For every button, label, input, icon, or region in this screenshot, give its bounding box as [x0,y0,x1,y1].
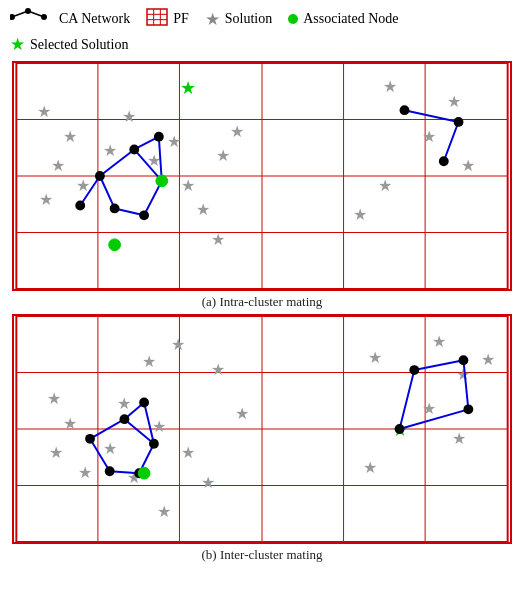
svg-point-110 [139,398,149,408]
svg-point-61 [109,239,121,251]
svg-point-106 [120,414,130,424]
svg-point-114 [395,424,405,434]
svg-point-53 [139,210,149,220]
svg-point-60 [156,175,168,187]
svg-text:★: ★ [47,390,61,407]
svg-text:★: ★ [432,333,446,350]
svg-text:★: ★ [180,78,196,98]
svg-text:★: ★ [230,123,244,140]
svg-point-115 [138,467,150,479]
svg-point-112 [459,355,469,365]
svg-point-109 [105,466,115,476]
associated-node-icon [288,14,298,24]
svg-text:★: ★ [37,103,51,120]
diagram-inter-cluster: ★ ★ ★ ★ ★ ★ ★ ★ ★ ★ ★ ★ ★ ★ ★ ★ ★ ★ ★ ★ … [10,314,514,563]
svg-text:★: ★ [452,430,466,447]
svg-point-2 [10,14,15,20]
svg-text:★: ★ [51,157,65,174]
svg-point-51 [129,145,139,155]
selected-solution-label: Selected Solution [30,37,128,53]
svg-text:★: ★ [103,142,117,159]
svg-text:★: ★ [422,128,436,145]
svg-text:★: ★ [235,405,249,422]
ca-network-icon [10,8,54,30]
solution-star-icon: ★ [205,9,220,30]
svg-text:★: ★ [383,78,397,95]
svg-point-56 [75,201,85,211]
svg-point-58 [454,117,464,127]
svg-text:★: ★ [201,474,215,491]
svg-text:★: ★ [447,93,461,110]
diagram-intra-cluster: ★ ★ ★ ★ ★ ★ ★ ★ ★ ★ ★ ★ ★ ★ ★ ★ ★ ★ ★ ★ … [10,61,514,310]
svg-text:★: ★ [171,336,185,353]
svg-point-113 [463,404,473,414]
svg-rect-5 [147,9,167,25]
svg-text:★: ★ [211,361,225,378]
svg-point-111 [409,365,419,375]
svg-text:★: ★ [363,459,377,476]
svg-text:★: ★ [211,231,225,248]
svg-text:★: ★ [181,444,195,461]
svg-text:★: ★ [76,177,90,194]
svg-point-50 [95,171,105,181]
svg-point-105 [85,434,95,444]
svg-text:★: ★ [39,191,53,208]
svg-text:★: ★ [353,206,367,223]
svg-text:★: ★ [142,353,156,370]
svg-text:★: ★ [422,400,436,417]
svg-text:★: ★ [181,177,195,194]
svg-point-55 [154,132,164,142]
svg-point-3 [25,8,31,14]
legend-ca-network: CA Network [10,8,130,30]
pf-label: PF [173,11,189,27]
intra-cluster-svg: ★ ★ ★ ★ ★ ★ ★ ★ ★ ★ ★ ★ ★ ★ ★ ★ ★ ★ ★ ★ … [12,61,512,291]
svg-text:★: ★ [152,418,166,435]
legend-solution: ★ Solution [205,9,272,30]
associated-node-label: Associated Node [303,11,398,27]
svg-text:★: ★ [461,157,475,174]
svg-point-107 [149,439,159,449]
svg-text:★: ★ [63,128,77,145]
svg-text:★: ★ [78,464,92,481]
legend: CA Network PF ★ Solution Associated Node… [10,8,514,55]
legend-pf: PF [146,8,189,30]
svg-point-59 [439,156,449,166]
svg-text:★: ★ [216,147,230,164]
legend-associated-node: Associated Node [288,11,398,27]
svg-text:★: ★ [378,177,392,194]
svg-point-54 [110,204,120,214]
intra-cluster-caption: (a) Intra-cluster mating [202,294,323,310]
svg-text:★: ★ [196,201,210,218]
solution-label: Solution [225,11,272,27]
inter-cluster-svg: ★ ★ ★ ★ ★ ★ ★ ★ ★ ★ ★ ★ ★ ★ ★ ★ ★ ★ ★ ★ … [12,314,512,544]
svg-point-57 [400,105,410,115]
svg-point-4 [41,14,47,20]
inter-cluster-caption: (b) Inter-cluster mating [201,547,322,563]
svg-text:★: ★ [167,133,181,150]
svg-text:★: ★ [157,503,171,520]
svg-text:★: ★ [63,415,77,432]
svg-text:★: ★ [368,349,382,366]
svg-text:★: ★ [103,440,117,457]
svg-text:★: ★ [49,444,63,461]
svg-text:★: ★ [481,351,495,368]
pf-icon [146,8,168,30]
svg-text:★: ★ [117,395,131,412]
legend-selected-solution: ★ Selected Solution [10,34,128,55]
ca-network-label: CA Network [59,11,130,27]
selected-solution-icon: ★ [10,34,25,55]
svg-text:★: ★ [122,108,136,125]
